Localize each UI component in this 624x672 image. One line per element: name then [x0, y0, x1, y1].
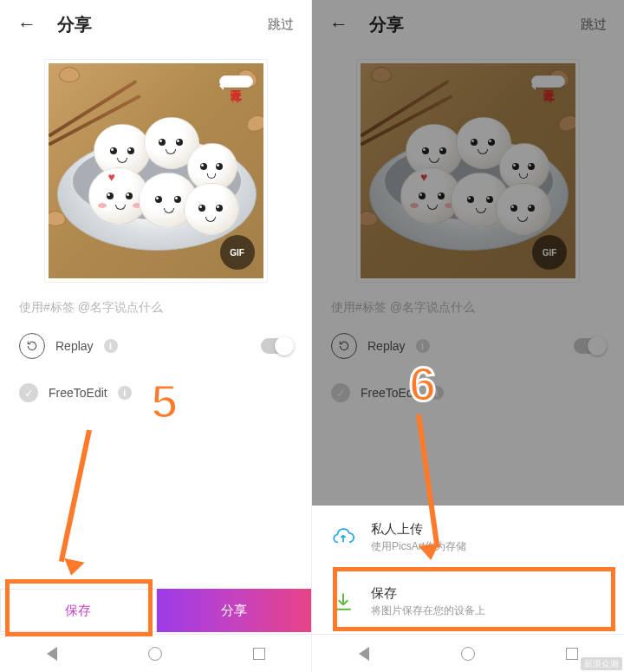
info-icon[interactable]: i	[104, 339, 118, 353]
action-sheet: 私人上传 使用PicsArt作为存储 保存 将图片保存在您的设备上	[312, 506, 624, 634]
replay-row: Replay i	[0, 324, 311, 368]
page-title: 分享	[369, 13, 404, 36]
back-icon[interactable]: ←	[329, 13, 348, 36]
check-icon[interactable]: ✓	[19, 383, 38, 402]
replay-toggle[interactable]	[574, 338, 605, 354]
page-title: 分享	[57, 13, 92, 36]
sheet-save-title: 保存	[371, 585, 485, 602]
nav-back-icon[interactable]	[356, 646, 372, 662]
speech-bubble: 正月十五吃元宵	[219, 75, 253, 88]
info-icon[interactable]: i	[118, 386, 132, 400]
sheet-save-sub: 将图片保存在您的设备上	[371, 603, 485, 618]
skip-button[interactable]: 跳过	[581, 16, 607, 33]
gif-badge-icon[interactable]: GIF	[532, 235, 567, 270]
nav-home-icon[interactable]	[147, 646, 163, 662]
free-to-edit-row: ✓ FreeToEdit i	[312, 375, 624, 411]
sheet-upload-title: 私人上传	[371, 521, 466, 538]
replay-toggle[interactable]	[261, 338, 292, 354]
left-screenshot: ← 分享 跳过 ♥ 正月十五吃元宵 GIF 使用#标签 @名字说点什么 Repl…	[0, 0, 312, 672]
speech-bubble: 正月十五吃元宵	[531, 75, 565, 88]
sheet-upload-option[interactable]: 私人上传 使用PicsArt作为存储	[312, 506, 624, 570]
right-screenshot: ← 分享 跳过 ♥ 正月十五吃元宵 GIF 使用#标签 @名字说点什么 Repl…	[312, 0, 624, 672]
image-preview: ♥ 正月十五吃元宵 GIF	[356, 59, 580, 283]
skip-button[interactable]: 跳过	[268, 16, 294, 33]
sheet-save-option[interactable]: 保存 将图片保存在您的设备上	[312, 570, 624, 634]
nav-recent-icon[interactable]	[251, 646, 267, 662]
watermark: 新浪众测	[581, 657, 622, 670]
caption-input[interactable]: 使用#标签 @名字说点什么	[0, 298, 311, 324]
replay-icon[interactable]	[19, 333, 45, 359]
annotation-step-6: 6	[409, 356, 436, 412]
save-button[interactable]: 保存	[0, 589, 157, 632]
info-icon[interactable]: i	[416, 339, 430, 353]
share-button[interactable]: 分享	[157, 589, 312, 632]
android-nav	[0, 634, 311, 672]
gif-badge-icon[interactable]: GIF	[220, 235, 255, 270]
annotation-step-5: 5	[151, 373, 178, 429]
back-icon[interactable]: ←	[17, 13, 36, 36]
header: ← 分享 跳过	[312, 0, 624, 49]
nav-recent-icon[interactable]	[564, 646, 580, 662]
replay-row: Replay i	[312, 324, 624, 368]
free-to-edit-label: FreeToEdit	[49, 386, 107, 400]
nav-back-icon[interactable]	[44, 646, 60, 662]
replay-icon[interactable]	[331, 333, 357, 359]
image-preview: ♥ 正月十五吃元宵 GIF	[44, 59, 268, 283]
replay-label: Replay	[367, 339, 406, 353]
caption-input[interactable]: 使用#标签 @名字说点什么	[312, 298, 624, 324]
nav-home-icon[interactable]	[460, 646, 476, 662]
bottom-buttons: 保存 分享	[0, 589, 311, 632]
cloud-upload-icon	[329, 524, 357, 551]
android-nav	[312, 634, 624, 672]
replay-label: Replay	[55, 339, 94, 353]
check-icon[interactable]: ✓	[331, 383, 350, 402]
download-icon	[329, 588, 357, 616]
header: ← 分享 跳过	[0, 0, 311, 49]
